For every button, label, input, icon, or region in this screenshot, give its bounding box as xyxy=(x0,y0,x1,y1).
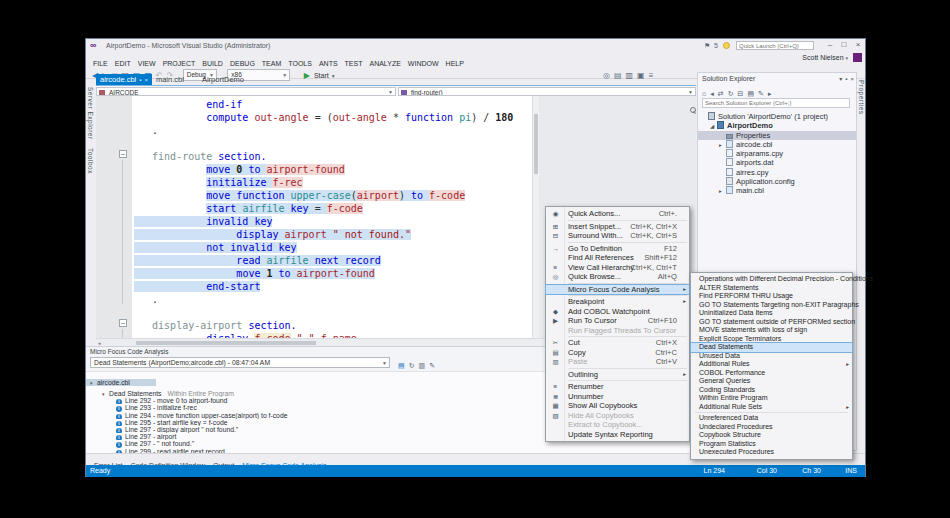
tree-item-properties[interactable]: Properties xyxy=(698,131,856,140)
menu-item-renumber[interactable]: ≡Renumber xyxy=(546,382,689,392)
code-area[interactable]: end-if compute out-angle = (out-angle * … xyxy=(132,96,532,338)
submenu-item-cobol-performance[interactable]: COBOL Performance xyxy=(691,369,852,378)
avatar[interactable] xyxy=(853,53,862,62)
submenu-item-general-queries[interactable]: General Queries xyxy=(691,377,852,386)
menu-item-unnumber[interactable]: ≣Unnumber xyxy=(546,392,689,402)
solution-icon xyxy=(708,112,715,120)
copy-results-icon[interactable]: ▥ xyxy=(419,360,426,371)
close-button[interactable]: × xyxy=(851,39,865,51)
menu-item-surround-with[interactable]: ⊟Surround With...Ctrl+K, Ctrl+S xyxy=(546,231,689,241)
menu-item-breakpoint[interactable]: Breakpoint▸ xyxy=(546,297,689,307)
submenu-item-additional-rules[interactable]: Additional Rules▸ xyxy=(691,360,852,369)
navbar-section-dropdown[interactable]: find-route() ▼ xyxy=(398,87,696,96)
tree-item-airres-cpy[interactable]: airres.cpy xyxy=(698,168,856,177)
notification-count[interactable]: 5 xyxy=(714,39,718,52)
menu-separator xyxy=(568,220,687,221)
expander-icon[interactable]: ▾ xyxy=(90,380,97,386)
submenu-item-dead-statements[interactable]: Dead Statements xyxy=(691,343,852,352)
tree-item-application-config[interactable]: Application.config xyxy=(698,177,856,186)
close-icon[interactable]: × xyxy=(850,76,854,82)
minimize-button[interactable]: – xyxy=(823,39,837,51)
tree-item-main-cbl[interactable]: ▸main.cbl xyxy=(698,186,856,195)
submenu-item-unexecuted-procedures[interactable]: Unexecuted Procedures xyxy=(691,448,852,457)
expander-icon[interactable]: ▸ xyxy=(719,187,726,195)
analysis-results-dropdown[interactable]: Dead Statements (AirportDemo;aircode.cbl… xyxy=(90,357,390,368)
pane-menu-icon[interactable]: ▾ xyxy=(839,76,842,82)
side-tab-server-explorer[interactable]: Server Explorer xyxy=(87,87,94,140)
expander-icon[interactable]: ◢ xyxy=(710,122,717,130)
outline-collapse-icon[interactable]: – xyxy=(119,319,127,327)
submenu-item-alter-statements[interactable]: ALTER Statements xyxy=(691,284,852,293)
menu-item-go-to-definition[interactable]: →Go To DefinitionF12 xyxy=(546,244,689,254)
expander-icon[interactable]: ▸ xyxy=(719,141,726,149)
tab-airportdemo[interactable]: AirportDemo xyxy=(198,74,248,85)
code-line: end-if xyxy=(132,98,532,111)
expander-icon[interactable]: ▾ xyxy=(102,391,109,397)
scrollbar-thumb[interactable] xyxy=(136,341,316,345)
navbar-program-dropdown[interactable]: AIRCODE ▼ xyxy=(96,87,396,96)
tree-item-aircode-cbl[interactable]: ▸aircode.cbl xyxy=(698,140,856,149)
submenu-item-move-statements-with-loss-of-sign[interactable]: MOVE statements with loss of sign xyxy=(691,326,852,335)
menu-item-cut[interactable]: ✂CutCtrl+X xyxy=(546,338,689,348)
submenu-item-go-to-statements-targeting-non-exit-paragraphs[interactable]: GO TO Statements Targeting non-EXIT Para… xyxy=(691,301,852,310)
submenu-item-coding-standards[interactable]: Coding Standards xyxy=(691,386,852,395)
user-dropdown-icon[interactable]: ▾ xyxy=(846,55,849,61)
tree-item-solution-airportdemo-1-project[interactable]: Solution 'AirportDemo' (1 project) xyxy=(698,112,856,121)
submenu-item-program-statistics[interactable]: Program Statistics xyxy=(691,440,852,449)
tab-main-cbl[interactable]: main.cbl xyxy=(152,74,188,85)
submenu-item-undeclared-procedures[interactable]: Undeclared Procedures xyxy=(691,423,852,432)
menu-item-find-all-references[interactable]: Find All ReferencesShift+F12 xyxy=(546,253,689,263)
tab-aircode-cbl[interactable]: aircode.cbl▪× xyxy=(96,74,152,85)
update-badge-icon[interactable] xyxy=(723,42,730,49)
submenu-item-copybook-structure[interactable]: Copybook Structure xyxy=(691,431,852,440)
menu-item-quick-browse[interactable]: ◎Quick Browse...Alt+Q xyxy=(546,272,689,282)
submenu-item-uninitialized-data-items[interactable]: Uninitialized Data Items xyxy=(691,309,852,318)
submenu-item-find-perform-thru-usage[interactable]: Find PERFORM THRU Usage xyxy=(691,292,852,301)
refresh-results-icon[interactable]: ↻ xyxy=(409,360,415,371)
results-view-icon[interactable]: ▤ xyxy=(398,360,405,371)
side-tab-toolbox[interactable]: Toolbox xyxy=(87,148,94,174)
close-icon[interactable]: × xyxy=(144,77,148,83)
feedback-flag-icon[interactable]: ⚑ xyxy=(704,39,710,52)
vertical-scrollbar[interactable] xyxy=(532,96,539,346)
menu-item-outlining[interactable]: Outlining▸ xyxy=(546,370,689,380)
menu-item-show-all-copybooks[interactable]: ▦Show All Copybooks xyxy=(546,401,689,411)
submenu-item-explicit-scope-terminators[interactable]: Explicit Scope Terminators xyxy=(691,335,852,344)
submenu-arrow-icon: ▸ xyxy=(846,360,849,369)
tree-item-airparams-cpy[interactable]: airparams.cpy xyxy=(698,149,856,158)
menu-item-extract-to-copybook[interactable]: Extract to Copybook... xyxy=(546,420,689,430)
pin-icon[interactable]: ▪ xyxy=(845,76,847,82)
submenu-item-unreferenced-data[interactable]: Unreferenced Data xyxy=(691,414,852,423)
run-to-cursor-icon: ▶ xyxy=(548,316,563,326)
tree-item-airports-dat[interactable]: airports.dat xyxy=(698,158,856,167)
menu-item-update-syntax-reporting[interactable]: Update Syntax Reporting xyxy=(546,430,689,440)
code-line: find-route section. xyxy=(132,150,532,163)
analysis-node-aircode-cbl[interactable]: ▾aircode.cbl xyxy=(86,379,156,386)
menu-item-run-flagged-threads-to-cursor[interactable]: Run Flagged Threads To Cursor xyxy=(546,326,689,336)
submenu-item-go-to-statement-outside-of-performed-section[interactable]: GO TO statement outside of PERFORMed sec… xyxy=(691,318,852,327)
menu-item-view-call-hierarchy[interactable]: ≡View Call HierarchyCtrl+K, Ctrl+T xyxy=(546,263,689,273)
side-tab-properties[interactable]: Properties xyxy=(858,80,865,115)
menu-item-quick-actions[interactable]: ◉Quick Actions...Ctrl+. xyxy=(546,209,689,219)
menu-item-hide-all-copybooks[interactable]: ▧Hide All Copybooks xyxy=(546,411,689,421)
cut-icon: ✂ xyxy=(548,338,563,348)
scrollbar-thumb[interactable] xyxy=(534,114,538,174)
menu-item-micro-focus-code-analysis[interactable]: Micro Focus Code Analysis▸ xyxy=(546,285,689,295)
submenu-item-additional-rule-sets[interactable]: Additional Rule Sets▸ xyxy=(691,403,852,412)
tree-item-airportdemo[interactable]: ◢AirportDemo xyxy=(698,121,856,130)
export-results-icon[interactable]: ✎ xyxy=(429,360,435,371)
outline-collapse-icon[interactable]: – xyxy=(119,150,127,158)
submenu-item-unused-data[interactable]: Unused Data xyxy=(691,352,852,361)
signed-in-user[interactable]: Scott Nielsen xyxy=(802,54,843,61)
submenu-item-within-entire-program[interactable]: Within Entire Program xyxy=(691,394,852,403)
menu-item-insert-snippet[interactable]: ⊞Insert Snippet...Ctrl+K, Ctrl+X xyxy=(546,222,689,232)
quick-launch-input[interactable] xyxy=(736,41,814,50)
pin-icon[interactable]: ▪ xyxy=(139,77,141,83)
menu-item-copy[interactable]: ▤CopyCtrl+C xyxy=(546,348,689,358)
menu-item-add-cobol-watchpoint[interactable]: ◆Add COBOL Watchpoint xyxy=(546,307,689,317)
restore-button[interactable]: □ xyxy=(837,39,851,51)
submenu-item-operations-with-different-decimal-precision-conditions[interactable]: Operations with Different Decimal Precis… xyxy=(691,275,852,284)
menu-item-run-to-cursor[interactable]: ▶Run To CursorCtrl+F10 xyxy=(546,316,689,326)
solution-explorer-search-input[interactable] xyxy=(702,98,850,108)
menu-item-paste[interactable]: ▥PasteCtrl+V xyxy=(546,357,689,367)
